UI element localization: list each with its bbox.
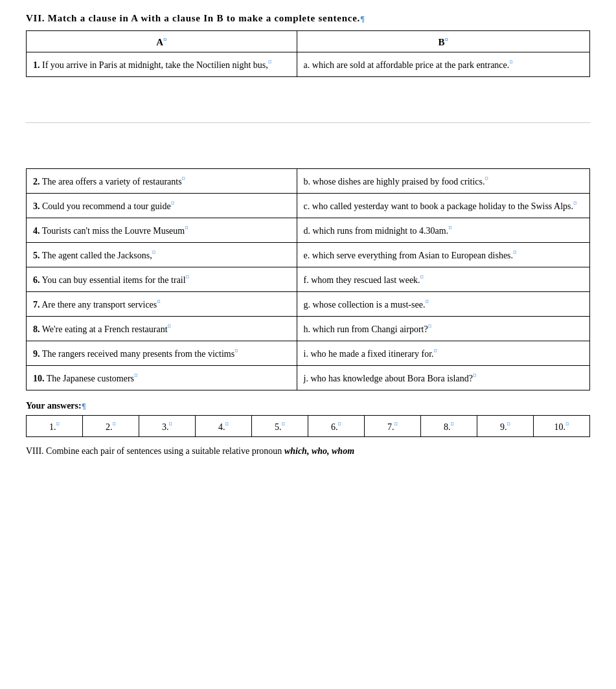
table-row: 6. You can buy essential items for the t… xyxy=(27,267,590,292)
table-cell-a: 2. The area offers a variety of restaura… xyxy=(27,169,297,194)
answer-cell-10[interactable]: 10.¤ xyxy=(534,416,590,437)
answers-label: Your answers:¶ xyxy=(26,401,590,411)
match-table-main: 2. The area offers a variety of restaura… xyxy=(26,168,590,390)
row-num: 2. xyxy=(33,177,40,186)
table-cell-b: i. who he made a fixed itinerary for.¤ xyxy=(297,341,589,366)
answers-table: 1.¤ 2.¤ 3.¤ 4.¤ 5.¤ 6.¤ 7.¤ 8.¤ 9.¤ 10.¤ xyxy=(26,415,590,437)
section-heading-text: VII. Match a clause in A with a clause I… xyxy=(26,13,360,23)
col-a-header: A¤ xyxy=(27,31,297,52)
table-cell-a: 10. The Japanese customers¤ xyxy=(27,366,297,390)
table-cell-a: 3. Could you recommend a tour guide¤ xyxy=(27,194,297,218)
table-row: 2. The area offers a variety of restaura… xyxy=(27,169,590,194)
table-row: 1. If you arrive in Paris at midnight, t… xyxy=(27,52,590,77)
table-cell-a: 7. Are there any transport services¤ xyxy=(27,292,297,317)
answer-cell-7[interactable]: 7.¤ xyxy=(365,416,421,437)
table-row: 9. The rangers received many presents fr… xyxy=(27,341,590,366)
table-row: 5. The agent called the Jacksons,¤ e. wh… xyxy=(27,243,590,267)
match-table-top: A¤ B¤ 1. If you arrive in Paris at midni… xyxy=(26,30,590,77)
row-num: 9. xyxy=(33,349,40,359)
pilcrow-mark: ¶ xyxy=(360,14,365,23)
row-num: 6. xyxy=(33,275,40,285)
table-cell-a: 1. If you arrive in Paris at midnight, t… xyxy=(27,52,297,77)
table-row: 3. Could you recommend a tour guide¤ c. … xyxy=(27,194,590,218)
row-num: 7. xyxy=(33,300,40,310)
answer-cell-6[interactable]: 6.¤ xyxy=(308,416,365,437)
answer-cell-4[interactable]: 4.¤ xyxy=(196,416,252,437)
answer-cell-1[interactable]: 1.¤ xyxy=(27,416,83,437)
col-b-header: B¤ xyxy=(297,31,589,52)
table-cell-b: a. which are sold at affordable price at… xyxy=(297,52,589,77)
table-cell-a: 4. Tourists can't miss the Louvre Museum… xyxy=(27,218,297,243)
table-cell-b: b. whose dishes are highly praised by fo… xyxy=(297,169,589,194)
answers-row: 1.¤ 2.¤ 3.¤ 4.¤ 5.¤ 6.¤ 7.¤ 8.¤ 9.¤ 10.¤ xyxy=(27,416,590,437)
table-cell-a: 5. The agent called the Jacksons,¤ xyxy=(27,243,297,267)
answers-section: Your answers:¶ 1.¤ 2.¤ 3.¤ 4.¤ 5.¤ 6.¤ 7… xyxy=(26,401,590,437)
row-num: 8. xyxy=(33,324,40,334)
table-row: 10. The Japanese customers¤ j. who has k… xyxy=(27,366,590,390)
row-num: 4. xyxy=(33,226,40,236)
table-cell-a: 6. You can buy essential items for the t… xyxy=(27,267,297,292)
answer-cell-8[interactable]: 8.¤ xyxy=(421,416,477,437)
answer-cell-2[interactable]: 2.¤ xyxy=(83,416,139,437)
spacer-2 xyxy=(26,142,590,168)
answer-cell-9[interactable]: 9.¤ xyxy=(477,416,534,437)
table-cell-a: 9. The rangers received many presents fr… xyxy=(27,341,297,366)
table-row: 8. We're eating at a French restaurant¤ … xyxy=(27,317,590,341)
table-cell-b: c. who called yesterday want to book a p… xyxy=(297,194,589,218)
row-num: 1. xyxy=(33,60,40,70)
row-num: 5. xyxy=(33,251,40,260)
answer-cell-3[interactable]: 3.¤ xyxy=(139,416,196,437)
section-title: VII. Match a clause in A with a clause I… xyxy=(26,13,590,24)
row-num: 10. xyxy=(33,374,45,383)
spacer-1 xyxy=(26,77,590,103)
table-cell-b: e. which serve everything from Asian to … xyxy=(297,243,589,267)
answers-pilcrow: ¶ xyxy=(82,401,86,411)
table-cell-b: d. which runs from midnight to 4.30am.¤ xyxy=(297,218,589,243)
table-cell-b: h. which run from Changi airport?¤ xyxy=(297,317,589,341)
table-cell-b: f. whom they rescued last week.¤ xyxy=(297,267,589,292)
table-cell-b: j. who has knowledge about Bora Bora isl… xyxy=(297,366,589,390)
bottom-note: VIII. Combine each pair of sentences usi… xyxy=(26,446,590,457)
answer-cell-5[interactable]: 5.¤ xyxy=(252,416,308,437)
table-cell-b: g. whose collection is a must-see.¤ xyxy=(297,292,589,317)
col-b-edit-mark: ¤ xyxy=(445,35,449,43)
table-row: 7. Are there any transport services¤ g. … xyxy=(27,292,590,317)
table-cell-a: 8. We're eating at a French restaurant¤ xyxy=(27,317,297,341)
page-divider xyxy=(26,122,590,123)
col-a-edit-mark: ¤ xyxy=(163,35,167,43)
bottom-note-text: VIII. Combine each pair of sentences usi… xyxy=(26,446,354,456)
row-num: 3. xyxy=(33,201,40,211)
table-row: 4. Tourists can't miss the Louvre Museum… xyxy=(27,218,590,243)
